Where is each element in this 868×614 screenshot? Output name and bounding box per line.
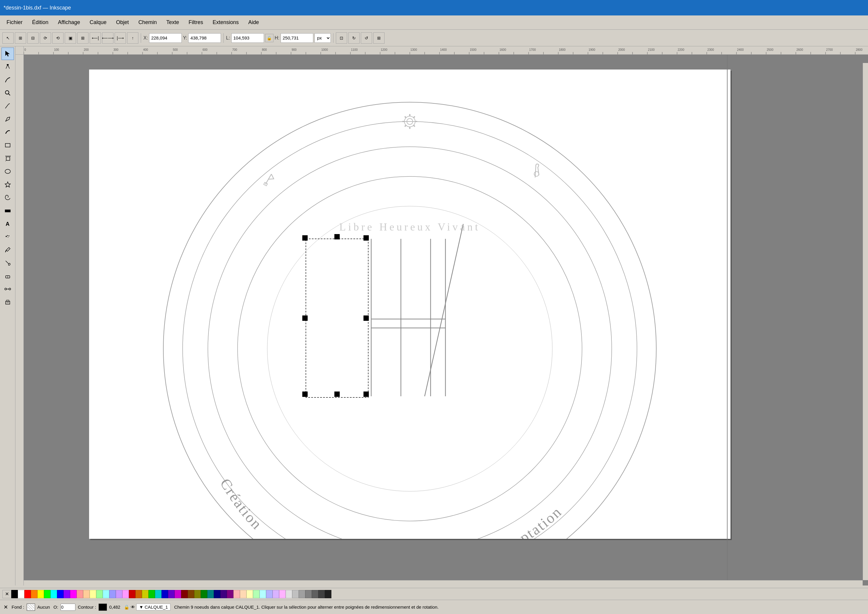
handle-tr[interactable] [363,235,369,240]
callig-tool-btn[interactable] [2,126,14,138]
toolbar-btn4[interactable]: ⟲ [52,33,64,43]
color-swatch[interactable] [181,590,188,598]
color-swatch[interactable] [266,590,273,598]
print-tool-btn[interactable] [2,296,14,309]
color-swatch[interactable] [325,590,332,598]
color-swatch[interactable] [175,590,181,598]
pencil-tool-btn[interactable] [2,100,14,112]
color-swatch[interactable] [135,590,142,598]
eraser-tool-btn[interactable] [2,270,14,282]
color-swatch[interactable] [168,590,175,598]
color-swatch[interactable] [37,590,44,598]
menu-edition[interactable]: Édition [28,18,53,27]
toolbar-transform4[interactable]: ⊞ [373,33,384,43]
horizontal-scrollbar[interactable] [24,580,863,586]
vertical-scrollbar[interactable] [863,63,868,580]
toolbar-transform1[interactable]: ⊡ [336,33,347,43]
color-swatch[interactable] [305,590,312,598]
menu-texte[interactable]: Texte [162,18,183,27]
layer-indicator[interactable]: ▼ CALQUE_1 [136,604,170,611]
color-swatch[interactable] [77,590,83,598]
rect-tool-btn[interactable] [2,139,14,152]
color-swatch[interactable] [227,590,233,598]
color-swatch[interactable] [207,590,214,598]
handle-bc[interactable] [334,392,340,397]
gradient-tool-btn[interactable] [2,205,14,217]
color-swatch[interactable] [57,590,64,598]
color-swatch[interactable] [122,590,129,598]
dropper-tool-btn[interactable] [2,243,14,256]
star-tool-btn[interactable] [2,178,14,191]
color-swatch[interactable] [51,590,57,598]
color-swatch[interactable] [318,590,325,598]
spray-tool-btn[interactable] [2,231,14,243]
handle-tl[interactable] [302,235,308,240]
toolbar-btn3[interactable]: ⟳ [40,33,51,43]
handle-tc[interactable] [334,234,340,239]
handle-mr[interactable] [363,315,369,321]
color-swatch[interactable] [292,590,299,598]
palette-x-button[interactable]: ✕ [2,590,11,598]
color-swatch[interactable] [129,590,135,598]
toolbar-align-left[interactable]: ⟵| [90,33,101,43]
zoom-tool-btn[interactable] [2,87,14,99]
color-swatch[interactable] [201,590,207,598]
color-swatch[interactable] [83,590,90,598]
toolbar-align-top[interactable]: ↑ [127,33,138,43]
color-swatch[interactable] [155,590,161,598]
color-swatch[interactable] [70,590,77,598]
color-swatch[interactable] [312,590,318,598]
x-input[interactable] [149,33,182,43]
toolbar-btn2[interactable]: ⊟ [27,33,39,43]
spiral-tool-btn[interactable] [2,191,14,204]
color-swatch[interactable] [96,590,103,598]
toolbar-transform2[interactable]: ↻ [348,33,360,43]
color-swatch[interactable] [240,590,246,598]
menu-fichier[interactable]: Fichier [2,18,27,27]
color-swatch[interactable] [246,590,253,598]
tweak-tool-btn[interactable] [2,74,14,86]
fill-swatch[interactable] [27,604,35,611]
connector-tool-btn[interactable] [2,283,14,295]
unit-select[interactable]: px mm cm in [315,33,331,43]
menu-chemin[interactable]: Chemin [134,18,161,27]
color-swatch[interactable] [64,590,70,598]
w-input[interactable] [231,33,264,43]
color-swatch[interactable] [90,590,96,598]
color-swatch[interactable] [109,590,116,598]
color-swatch[interactable] [188,590,194,598]
color-swatch[interactable] [253,590,260,598]
toolbar-transform3[interactable]: ↺ [361,33,372,43]
3d-tool-btn[interactable] [2,152,14,164]
menu-extensions[interactable]: Extensions [208,18,243,27]
y-input[interactable] [188,33,221,43]
opacity-input[interactable] [60,604,76,611]
text-tool-btn[interactable]: A [2,217,14,230]
color-swatch[interactable] [194,590,201,598]
color-swatch[interactable] [273,590,279,598]
toolbar-btn1[interactable]: ⊞ [15,33,26,43]
color-swatch[interactable] [214,590,220,598]
handle-ml[interactable] [302,315,308,321]
canvas-area[interactable]: Libre Heureux Vivant [24,55,868,586]
color-swatch[interactable] [161,590,168,598]
color-swatch[interactable] [260,590,266,598]
handle-bl[interactable] [302,392,308,397]
toolbar-btn6[interactable]: ⊞ [77,33,88,43]
color-swatch[interactable] [18,590,24,598]
color-swatch[interactable] [44,590,51,598]
color-swatch[interactable] [103,590,109,598]
toolbar-align-right[interactable]: |⟶ [115,33,126,43]
color-swatch[interactable] [279,590,286,598]
stroke-swatch[interactable] [99,604,107,611]
color-swatch[interactable] [142,590,149,598]
color-swatch[interactable] [116,590,122,598]
node-tool-btn[interactable] [2,60,14,73]
color-swatch[interactable] [31,590,37,598]
select-tool-btn[interactable] [2,48,14,60]
menu-aide[interactable]: Aide [244,18,263,27]
color-swatch[interactable] [233,590,240,598]
color-swatch[interactable] [149,590,155,598]
menu-objet[interactable]: Objet [112,18,133,27]
toolbar-btn5[interactable]: ▣ [65,33,76,43]
